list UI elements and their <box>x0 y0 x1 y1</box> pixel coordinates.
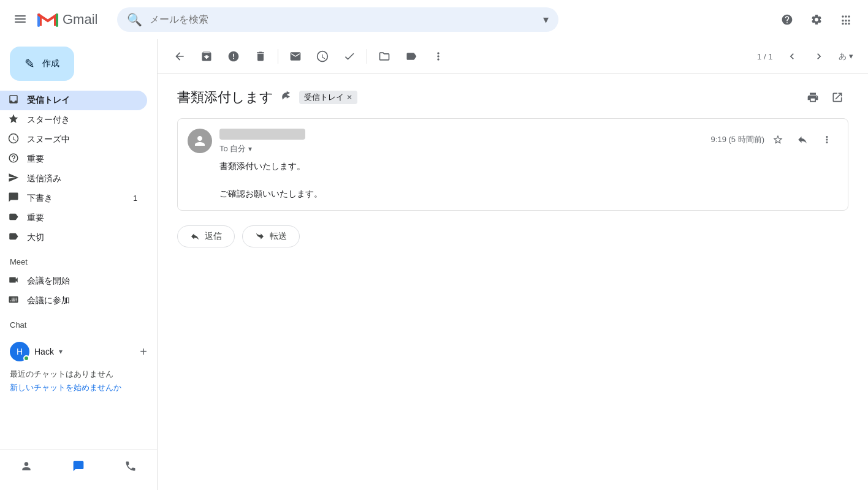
chat-user-item[interactable]: H Hack ▾ + <box>10 339 147 364</box>
email-area: 1 / 1 あ ▾ 書類添付します 受信トレイ ✕ <box>157 39 868 490</box>
sender-name-bar <box>219 129 305 140</box>
reply-quick-button[interactable] <box>791 129 813 151</box>
subject-forward-icon[interactable] <box>281 91 292 105</box>
keyboard-icon <box>7 294 20 308</box>
toolbar-right: 1 / 1 あ ▾ <box>757 44 858 69</box>
popout-button[interactable] <box>826 86 848 108</box>
inbox-label-tag: 受信トレイ ✕ <box>299 91 357 104</box>
join-meeting-label: 会議に参加 <box>27 295 137 306</box>
task-button[interactable] <box>337 44 362 69</box>
message-more-button[interactable] <box>816 129 838 151</box>
svg-rect-2 <box>15 21 26 23</box>
important-label: 重要 <box>27 154 137 165</box>
sidebar-item-snoozed[interactable]: スヌーズ中 <box>0 130 147 149</box>
forward-button-label: 転送 <box>270 231 287 242</box>
gmail-logo: Gmail <box>36 7 97 32</box>
starred2-label: 大切 <box>27 232 137 243</box>
chat-avatar: H <box>10 342 29 361</box>
contacts-icon[interactable] <box>15 455 37 480</box>
print-button[interactable] <box>802 86 824 108</box>
settings-button[interactable] <box>804 7 829 32</box>
sidebar-item-sent[interactable]: 送信済み <box>0 169 147 189</box>
star-button[interactable] <box>767 129 789 151</box>
sender-to-text: To 自分 <box>219 143 246 154</box>
chat-section: H Hack ▾ + 最近のチャットはありません 新しいチャットを始めませんか <box>0 334 157 398</box>
body-line-3: ご確認お願いいたします。 <box>219 187 838 200</box>
spam-button[interactable] <box>221 44 246 69</box>
drafts-icon <box>7 192 20 206</box>
reply-button-label: 返信 <box>205 231 222 242</box>
sidebar-item-drafts[interactable]: 下書き 1 <box>0 189 147 208</box>
email-header-actions <box>802 86 848 108</box>
chat-start-link[interactable]: 新しいチャットを始めませんか <box>10 383 121 392</box>
inbox-tag-close[interactable]: ✕ <box>346 93 352 102</box>
chat-user-caret-icon: ▾ <box>59 347 63 356</box>
sidebar-item-inbox[interactable]: 受信トレイ <box>0 91 147 110</box>
menu-button[interactable] <box>10 9 31 31</box>
important2-label: 重要 <box>27 213 137 224</box>
page-info: 1 / 1 <box>757 52 772 61</box>
mark-unread-button[interactable] <box>283 44 308 69</box>
snooze-button[interactable] <box>310 44 335 69</box>
drafts-label: 下書き <box>27 193 126 204</box>
sent-icon <box>7 172 20 186</box>
email-message-header: To 自分 ▾ 9:19 (5 時間前) <box>178 119 848 159</box>
reply-button[interactable]: 返信 <box>177 225 235 247</box>
search-dropdown-icon[interactable]: ▾ <box>543 13 549 26</box>
sidebar-item-join-meeting[interactable]: 会議に参加 <box>0 291 147 311</box>
video-icon <box>7 274 20 288</box>
archive-button[interactable] <box>194 44 219 69</box>
email-message: To 自分 ▾ 9:19 (5 時間前) <box>177 118 848 211</box>
chat-empty-text: 最近のチャットはありません <box>10 364 147 382</box>
next-email-button[interactable] <box>807 44 831 69</box>
inbox-tag-text: 受信トレイ <box>304 92 344 103</box>
svg-rect-1 <box>15 18 26 20</box>
compose-label: 作成 <box>42 58 59 69</box>
snoozed-icon <box>7 133 20 147</box>
email-toolbar: 1 / 1 あ ▾ <box>158 39 868 74</box>
topbar: Gmail 🔍 ▾ <box>0 0 868 39</box>
label-button[interactable] <box>399 44 424 69</box>
starred-icon <box>7 113 20 127</box>
sidebar-item-starred2[interactable]: 大切 <box>0 228 147 247</box>
add-chat-button[interactable]: + <box>140 345 147 359</box>
chat-section-label: Chat <box>0 311 157 334</box>
sidebar-item-important2[interactable]: 重要 <box>0 208 147 228</box>
language-button[interactable]: あ ▾ <box>834 44 858 69</box>
sidebar: ✎ 作成 受信トレイ スター付き スヌーズ中 重要 <box>0 39 157 490</box>
sidebar-item-important[interactable]: 重要 <box>0 149 147 169</box>
sidebar-item-start-meeting[interactable]: 会議を開始 <box>0 271 147 291</box>
delete-button[interactable] <box>248 44 273 69</box>
drafts-count: 1 <box>133 194 137 203</box>
label-starred2-icon <box>7 231 20 245</box>
starred-label: スター付き <box>27 115 137 126</box>
apps-button[interactable] <box>834 7 858 32</box>
phone-icon[interactable] <box>120 455 142 480</box>
email-subject-row: 書類添付します 受信トレイ ✕ <box>177 86 848 108</box>
meet-section-label: Meet <box>0 247 157 271</box>
back-button[interactable] <box>167 44 192 69</box>
email-subject: 書類添付します <box>177 88 273 107</box>
sent-label: 送信済み <box>27 173 137 184</box>
search-input[interactable] <box>150 14 536 25</box>
prev-email-button[interactable] <box>780 44 804 69</box>
move-to-button[interactable] <box>372 44 397 69</box>
search-icon: 🔍 <box>127 12 142 27</box>
body-line-1: 書類添付いたします。 <box>219 159 838 173</box>
sender-to-caret-icon[interactable]: ▾ <box>248 145 252 153</box>
compose-plus-icon: ✎ <box>25 56 35 71</box>
compose-button[interactable]: ✎ 作成 <box>10 47 74 81</box>
help-button[interactable] <box>775 7 799 32</box>
sidebar-item-starred[interactable]: スター付き <box>0 110 147 130</box>
more-actions-button[interactable] <box>426 44 451 69</box>
reply-row: 返信 転送 <box>177 221 848 252</box>
topbar-right <box>775 7 858 32</box>
forward-button[interactable]: 転送 <box>242 225 300 247</box>
start-meeting-label: 会議を開始 <box>27 276 137 287</box>
online-indicator <box>23 355 29 361</box>
message-time: 9:19 (5 時間前) <box>711 134 764 145</box>
search-bar: 🔍 ▾ <box>117 7 558 32</box>
chat-icon[interactable] <box>67 455 89 480</box>
label-important-icon <box>7 211 20 225</box>
sidebar-bottom <box>0 450 157 485</box>
